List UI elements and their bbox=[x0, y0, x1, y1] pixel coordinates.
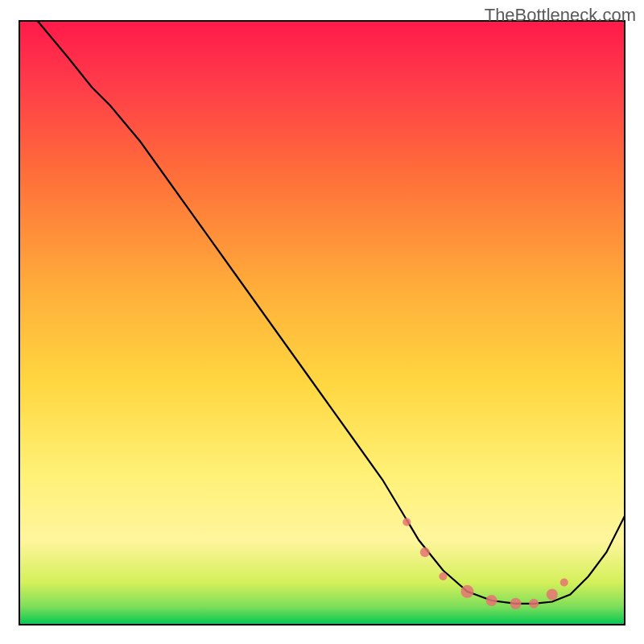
data-marker bbox=[510, 598, 522, 609]
data-marker bbox=[529, 599, 539, 609]
data-marker bbox=[402, 518, 411, 526]
chart-svg bbox=[0, 0, 644, 644]
data-marker bbox=[486, 595, 497, 606]
data-marker bbox=[420, 547, 430, 557]
plot-background bbox=[19, 21, 625, 625]
watermark-text: TheBottleneck.com bbox=[485, 5, 636, 26]
data-marker bbox=[547, 589, 558, 601]
data-marker bbox=[439, 572, 447, 580]
chart-area bbox=[0, 0, 644, 644]
data-marker bbox=[461, 585, 474, 598]
data-marker bbox=[560, 579, 568, 587]
